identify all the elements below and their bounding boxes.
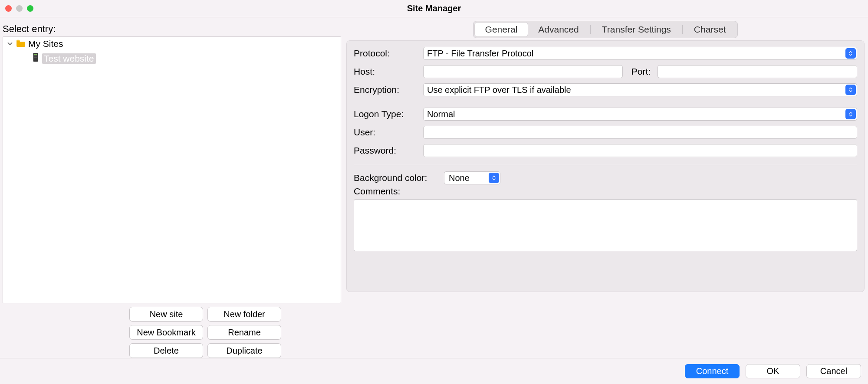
protocol-select[interactable]: FTP - File Transfer Protocol — [423, 47, 857, 60]
password-input[interactable] — [423, 144, 857, 157]
ok-button[interactable]: OK — [746, 364, 800, 378]
new-bookmark-button[interactable]: New Bookmark — [129, 325, 203, 340]
new-site-button[interactable]: New site — [129, 307, 203, 322]
close-window-button[interactable] — [5, 5, 12, 12]
tab-general[interactable]: General — [475, 23, 528, 36]
zoom-window-button[interactable] — [27, 5, 33, 12]
minimize-window-button[interactable] — [16, 5, 23, 12]
tab-bar: General Advanced Transfer Settings Chars… — [473, 21, 738, 38]
host-input[interactable] — [423, 65, 623, 78]
port-input[interactable] — [658, 65, 857, 78]
comments-textarea[interactable] — [354, 199, 857, 251]
comments-label: Comments: — [354, 186, 854, 197]
panel-divider — [354, 165, 857, 165]
svg-rect-1 — [34, 54, 37, 55]
background-color-label: Background color: — [354, 173, 436, 183]
tree-folder-row[interactable]: My Sites — [3, 37, 341, 51]
protocol-label: Protocol: — [354, 48, 419, 59]
encryption-value: Use explicit FTP over TLS if available — [427, 85, 571, 95]
duplicate-button[interactable]: Duplicate — [207, 343, 281, 358]
updown-icon — [489, 173, 499, 183]
updown-icon — [845, 109, 856, 119]
chevron-down-icon[interactable] — [7, 40, 13, 47]
tab-advanced[interactable]: Advanced — [528, 23, 589, 36]
folder-icon — [16, 39, 26, 49]
host-label: Host: — [354, 66, 419, 77]
encryption-label: Encryption: — [354, 85, 419, 95]
site-tree[interactable]: My Sites Test website — [3, 36, 341, 303]
protocol-value: FTP - File Transfer Protocol — [427, 49, 533, 59]
user-label: User: — [354, 127, 419, 138]
tab-separator — [682, 25, 683, 34]
svg-rect-2 — [34, 56, 37, 56]
logon-type-select[interactable]: Normal — [423, 108, 857, 121]
logon-type-label: Logon Type: — [354, 109, 419, 119]
user-input[interactable] — [423, 126, 857, 139]
tree-site-label[interactable]: Test website — [42, 53, 96, 64]
tab-separator — [590, 25, 591, 34]
window-title: Site Manager — [407, 3, 461, 13]
connect-button[interactable]: Connect — [685, 364, 740, 378]
encryption-select[interactable]: Use explicit FTP over TLS if available — [423, 83, 857, 96]
tree-site-row[interactable]: Test website — [3, 51, 341, 66]
window-traffic-lights — [5, 5, 33, 12]
svg-rect-3 — [34, 57, 37, 58]
left-pane: Select entry: My Sites — [0, 17, 343, 358]
rename-button[interactable]: Rename — [207, 325, 281, 340]
right-pane: General Advanced Transfer Settings Chars… — [343, 17, 868, 358]
background-color-value: None — [449, 173, 470, 183]
titlebar: Site Manager — [0, 0, 868, 17]
updown-icon — [845, 48, 856, 59]
delete-button[interactable]: Delete — [129, 343, 203, 358]
site-action-buttons: New site New folder New Bookmark Rename … — [94, 307, 317, 358]
cancel-button[interactable]: Cancel — [806, 364, 861, 378]
updown-icon — [845, 85, 856, 95]
logon-type-value: Normal — [427, 109, 455, 119]
tree-folder-label: My Sites — [28, 39, 63, 49]
port-label: Port: — [631, 66, 651, 77]
tab-charset[interactable]: Charset — [684, 23, 736, 36]
password-label: Password: — [354, 145, 419, 156]
new-folder-button[interactable]: New folder — [207, 307, 281, 322]
dialog-footer: Connect OK Cancel — [0, 358, 868, 384]
general-panel: Protocol: FTP - File Transfer Protocol H… — [346, 40, 865, 292]
tab-transfer[interactable]: Transfer Settings — [592, 23, 681, 36]
select-entry-label: Select entry: — [3, 23, 343, 35]
background-color-select[interactable]: None — [444, 171, 500, 184]
server-icon — [32, 53, 39, 64]
